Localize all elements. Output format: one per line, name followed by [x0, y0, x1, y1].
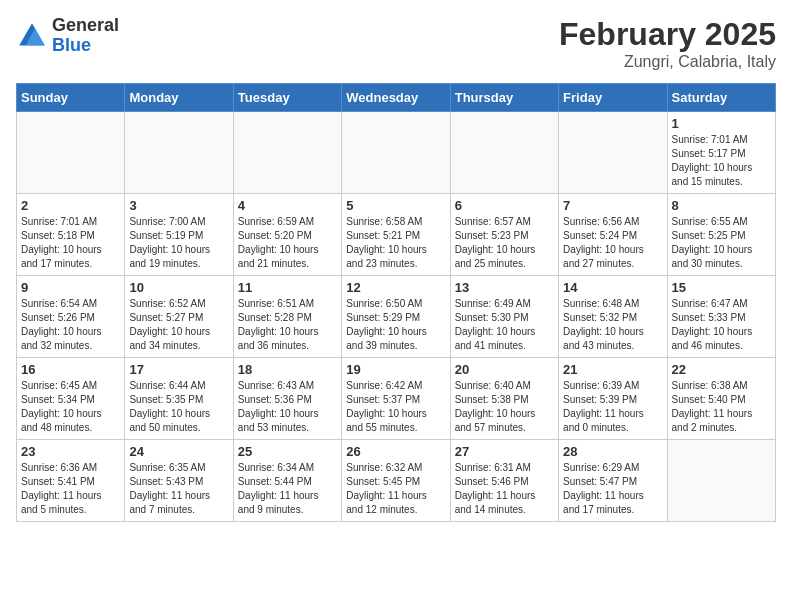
day-number: 7: [563, 198, 662, 213]
calendar-cell: 4Sunrise: 6:59 AM Sunset: 5:20 PM Daylig…: [233, 194, 341, 276]
day-info: Sunrise: 6:48 AM Sunset: 5:32 PM Dayligh…: [563, 297, 662, 353]
calendar-cell: 2Sunrise: 7:01 AM Sunset: 5:18 PM Daylig…: [17, 194, 125, 276]
calendar-cell: 19Sunrise: 6:42 AM Sunset: 5:37 PM Dayli…: [342, 358, 450, 440]
calendar-cell: 28Sunrise: 6:29 AM Sunset: 5:47 PM Dayli…: [559, 440, 667, 522]
day-info: Sunrise: 6:39 AM Sunset: 5:39 PM Dayligh…: [563, 379, 662, 435]
day-number: 24: [129, 444, 228, 459]
day-number: 10: [129, 280, 228, 295]
calendar-cell: 20Sunrise: 6:40 AM Sunset: 5:38 PM Dayli…: [450, 358, 558, 440]
day-number: 13: [455, 280, 554, 295]
weekday-header-sunday: Sunday: [17, 84, 125, 112]
day-number: 6: [455, 198, 554, 213]
calendar-cell: 23Sunrise: 6:36 AM Sunset: 5:41 PM Dayli…: [17, 440, 125, 522]
day-info: Sunrise: 6:51 AM Sunset: 5:28 PM Dayligh…: [238, 297, 337, 353]
day-number: 15: [672, 280, 771, 295]
day-number: 16: [21, 362, 120, 377]
calendar-cell: 12Sunrise: 6:50 AM Sunset: 5:29 PM Dayli…: [342, 276, 450, 358]
calendar-week-2: 9Sunrise: 6:54 AM Sunset: 5:26 PM Daylig…: [17, 276, 776, 358]
month-year: February 2025: [559, 16, 776, 53]
calendar-week-3: 16Sunrise: 6:45 AM Sunset: 5:34 PM Dayli…: [17, 358, 776, 440]
day-info: Sunrise: 6:56 AM Sunset: 5:24 PM Dayligh…: [563, 215, 662, 271]
weekday-header-monday: Monday: [125, 84, 233, 112]
calendar-cell: 14Sunrise: 6:48 AM Sunset: 5:32 PM Dayli…: [559, 276, 667, 358]
calendar-cell: 15Sunrise: 6:47 AM Sunset: 5:33 PM Dayli…: [667, 276, 775, 358]
calendar-cell: 17Sunrise: 6:44 AM Sunset: 5:35 PM Dayli…: [125, 358, 233, 440]
logo-icon: [16, 20, 48, 52]
day-info: Sunrise: 6:57 AM Sunset: 5:23 PM Dayligh…: [455, 215, 554, 271]
day-info: Sunrise: 6:44 AM Sunset: 5:35 PM Dayligh…: [129, 379, 228, 435]
calendar-cell: 18Sunrise: 6:43 AM Sunset: 5:36 PM Dayli…: [233, 358, 341, 440]
day-info: Sunrise: 6:55 AM Sunset: 5:25 PM Dayligh…: [672, 215, 771, 271]
calendar-cell: 26Sunrise: 6:32 AM Sunset: 5:45 PM Dayli…: [342, 440, 450, 522]
day-number: 20: [455, 362, 554, 377]
day-number: 22: [672, 362, 771, 377]
day-info: Sunrise: 6:58 AM Sunset: 5:21 PM Dayligh…: [346, 215, 445, 271]
logo-blue-text: Blue: [52, 36, 119, 56]
calendar-cell: 10Sunrise: 6:52 AM Sunset: 5:27 PM Dayli…: [125, 276, 233, 358]
day-number: 21: [563, 362, 662, 377]
day-info: Sunrise: 6:45 AM Sunset: 5:34 PM Dayligh…: [21, 379, 120, 435]
day-info: Sunrise: 6:50 AM Sunset: 5:29 PM Dayligh…: [346, 297, 445, 353]
day-number: 14: [563, 280, 662, 295]
day-info: Sunrise: 7:01 AM Sunset: 5:18 PM Dayligh…: [21, 215, 120, 271]
calendar-cell: [667, 440, 775, 522]
calendar-header-row: SundayMondayTuesdayWednesdayThursdayFrid…: [17, 84, 776, 112]
day-number: 1: [672, 116, 771, 131]
calendar-cell: 6Sunrise: 6:57 AM Sunset: 5:23 PM Daylig…: [450, 194, 558, 276]
calendar-cell: 5Sunrise: 6:58 AM Sunset: 5:21 PM Daylig…: [342, 194, 450, 276]
day-number: 27: [455, 444, 554, 459]
day-number: 25: [238, 444, 337, 459]
calendar-cell: 11Sunrise: 6:51 AM Sunset: 5:28 PM Dayli…: [233, 276, 341, 358]
day-number: 28: [563, 444, 662, 459]
calendar-week-1: 2Sunrise: 7:01 AM Sunset: 5:18 PM Daylig…: [17, 194, 776, 276]
day-number: 12: [346, 280, 445, 295]
day-info: Sunrise: 6:36 AM Sunset: 5:41 PM Dayligh…: [21, 461, 120, 517]
day-info: Sunrise: 6:35 AM Sunset: 5:43 PM Dayligh…: [129, 461, 228, 517]
page-header: General Blue February 2025 Zungri, Calab…: [16, 16, 776, 71]
calendar-cell: 27Sunrise: 6:31 AM Sunset: 5:46 PM Dayli…: [450, 440, 558, 522]
day-info: Sunrise: 6:47 AM Sunset: 5:33 PM Dayligh…: [672, 297, 771, 353]
day-info: Sunrise: 6:42 AM Sunset: 5:37 PM Dayligh…: [346, 379, 445, 435]
day-number: 19: [346, 362, 445, 377]
day-info: Sunrise: 6:43 AM Sunset: 5:36 PM Dayligh…: [238, 379, 337, 435]
day-info: Sunrise: 7:01 AM Sunset: 5:17 PM Dayligh…: [672, 133, 771, 189]
day-number: 5: [346, 198, 445, 213]
weekday-header-wednesday: Wednesday: [342, 84, 450, 112]
weekday-header-tuesday: Tuesday: [233, 84, 341, 112]
day-number: 9: [21, 280, 120, 295]
day-info: Sunrise: 6:52 AM Sunset: 5:27 PM Dayligh…: [129, 297, 228, 353]
weekday-header-thursday: Thursday: [450, 84, 558, 112]
calendar-cell: 24Sunrise: 6:35 AM Sunset: 5:43 PM Dayli…: [125, 440, 233, 522]
day-number: 23: [21, 444, 120, 459]
calendar-table: SundayMondayTuesdayWednesdayThursdayFrid…: [16, 83, 776, 522]
day-number: 3: [129, 198, 228, 213]
day-number: 18: [238, 362, 337, 377]
day-info: Sunrise: 6:34 AM Sunset: 5:44 PM Dayligh…: [238, 461, 337, 517]
logo: General Blue: [16, 16, 119, 56]
calendar-cell: 3Sunrise: 7:00 AM Sunset: 5:19 PM Daylig…: [125, 194, 233, 276]
location: Zungri, Calabria, Italy: [559, 53, 776, 71]
day-number: 11: [238, 280, 337, 295]
calendar-cell: [559, 112, 667, 194]
calendar-cell: 21Sunrise: 6:39 AM Sunset: 5:39 PM Dayli…: [559, 358, 667, 440]
calendar-cell: 9Sunrise: 6:54 AM Sunset: 5:26 PM Daylig…: [17, 276, 125, 358]
day-number: 2: [21, 198, 120, 213]
calendar-cell: [125, 112, 233, 194]
weekday-header-friday: Friday: [559, 84, 667, 112]
day-info: Sunrise: 6:38 AM Sunset: 5:40 PM Dayligh…: [672, 379, 771, 435]
calendar-week-4: 23Sunrise: 6:36 AM Sunset: 5:41 PM Dayli…: [17, 440, 776, 522]
day-number: 26: [346, 444, 445, 459]
day-info: Sunrise: 6:54 AM Sunset: 5:26 PM Dayligh…: [21, 297, 120, 353]
day-info: Sunrise: 6:31 AM Sunset: 5:46 PM Dayligh…: [455, 461, 554, 517]
title-block: February 2025 Zungri, Calabria, Italy: [559, 16, 776, 71]
day-number: 17: [129, 362, 228, 377]
calendar-cell: 8Sunrise: 6:55 AM Sunset: 5:25 PM Daylig…: [667, 194, 775, 276]
calendar-cell: 7Sunrise: 6:56 AM Sunset: 5:24 PM Daylig…: [559, 194, 667, 276]
calendar-cell: [17, 112, 125, 194]
calendar-cell: 16Sunrise: 6:45 AM Sunset: 5:34 PM Dayli…: [17, 358, 125, 440]
day-info: Sunrise: 6:29 AM Sunset: 5:47 PM Dayligh…: [563, 461, 662, 517]
weekday-header-saturday: Saturday: [667, 84, 775, 112]
calendar-cell: [450, 112, 558, 194]
day-info: Sunrise: 6:49 AM Sunset: 5:30 PM Dayligh…: [455, 297, 554, 353]
calendar-cell: 22Sunrise: 6:38 AM Sunset: 5:40 PM Dayli…: [667, 358, 775, 440]
